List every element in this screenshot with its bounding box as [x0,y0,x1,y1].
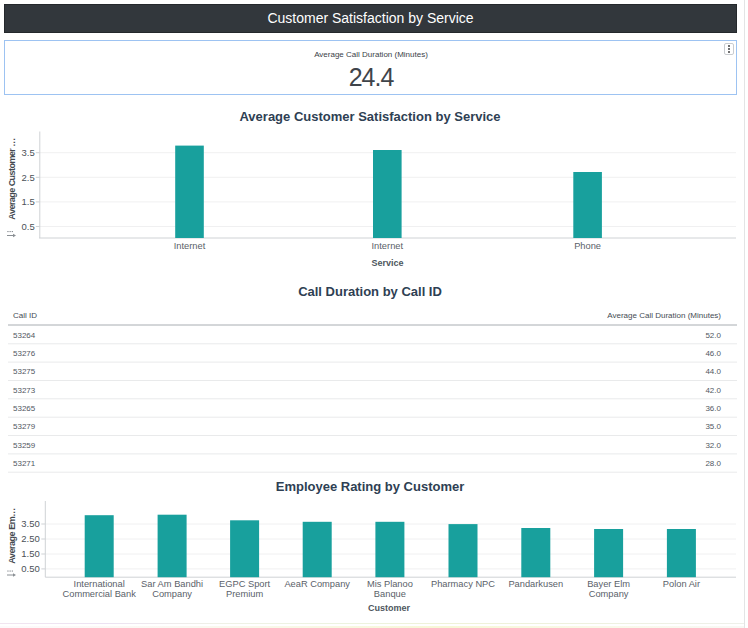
svg-text:Pharmacy NPC: Pharmacy NPC [431,579,495,589]
svg-text:Call Duration by Call ID: Call Duration by Call ID [298,284,442,299]
svg-text:Average Customer …: Average Customer … [7,138,17,219]
svg-text:Pandarkusen: Pandarkusen [508,579,563,589]
svg-text:3.5: 3.5 [22,147,35,158]
svg-text:36.0: 36.0 [705,404,721,413]
svg-text:53259: 53259 [13,441,36,450]
svg-text:Commercial Bank: Commercial Bank [63,589,137,599]
svg-text:53271: 53271 [13,459,36,468]
svg-text:1.50: 1.50 [21,548,40,559]
svg-text:Company: Company [589,589,629,599]
svg-text:53279: 53279 [13,422,36,431]
svg-text:Bayer Elm: Bayer Elm [587,579,630,589]
svg-text:Sar Am Bandhi: Sar Am Bandhi [141,579,203,589]
svg-text:2.5: 2.5 [22,172,35,183]
svg-text:Banque: Banque [374,589,406,599]
svg-text:44.0: 44.0 [705,367,721,376]
svg-text:Mis Planoo: Mis Planoo [367,579,413,589]
svg-text:53265: 53265 [13,404,36,413]
svg-text:53275: 53275 [13,367,36,376]
svg-text:Phone: Phone [574,241,601,251]
svg-text:42.0: 42.0 [705,386,721,395]
svg-text:35.0: 35.0 [705,422,721,431]
svg-text:0.5: 0.5 [22,221,35,232]
svg-text:Service: Service [371,258,403,268]
svg-text:53273: 53273 [13,386,36,395]
svg-text:Call ID: Call ID [13,311,37,320]
svg-text:3.50: 3.50 [21,518,40,529]
svg-text:24.4: 24.4 [349,63,395,91]
svg-text:Company: Company [152,589,192,599]
svg-text:Average Customer Satisfaction: Average Customer Satisfaction by Service [239,109,500,124]
svg-text:AeaR Company: AeaR Company [284,579,350,589]
svg-text:46.0: 46.0 [705,349,721,358]
svg-text:Employee Rating by Customer: Employee Rating by Customer [276,479,465,494]
svg-text:2.50: 2.50 [21,533,40,544]
svg-text:Average Em…: Average Em… [7,508,17,564]
svg-text:Customer: Customer [368,603,411,613]
svg-text:32.0: 32.0 [705,441,721,450]
svg-text:Average Call Duration (Minutes: Average Call Duration (Minutes) [314,50,428,59]
svg-text:0.50: 0.50 [21,563,40,574]
svg-text:Average Call Duration (Minutes: Average Call Duration (Minutes) [607,311,721,320]
svg-text:1.5: 1.5 [22,196,35,207]
svg-text:International: International [74,579,125,589]
svg-text:Premium: Premium [226,589,263,599]
svg-text:53276: 53276 [13,349,36,358]
svg-text:28.0: 28.0 [705,459,721,468]
svg-text:53264: 53264 [13,331,36,340]
svg-text:Internet: Internet [372,241,404,251]
svg-text:52.0: 52.0 [705,331,721,340]
svg-text:Internet: Internet [174,241,206,251]
svg-text:Polon Air: Polon Air [663,579,700,589]
svg-text:EGPC Sport: EGPC Sport [219,579,271,589]
